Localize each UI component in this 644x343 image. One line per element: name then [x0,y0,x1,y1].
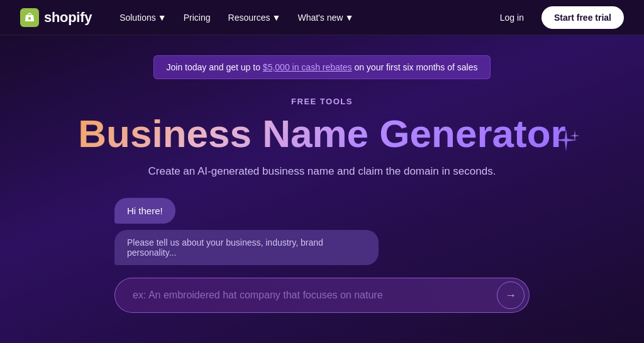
chat-bubble-hi: Hi there! [114,198,175,224]
nav-actions: Log in Start free trial [492,6,624,29]
chat-area: Hi there! Please tell us about your busi… [114,198,530,265]
navbar: shopify Solutions ▼ Pricing Resources ▼ … [0,0,644,35]
sparkle-icon [551,126,581,156]
page-title: Business Name Generator [78,112,565,155]
whats-new-chevron-icon: ▼ [345,14,353,21]
arrow-right-icon: → [505,289,516,302]
input-row: → [114,278,530,313]
solutions-label: Solutions [119,13,156,23]
pricing-label: Pricing [184,13,211,23]
logo-link[interactable]: shopify [20,8,92,27]
promo-link[interactable]: $5,000 in cash rebates [263,62,352,72]
resources-label: Resources [228,13,270,23]
promo-banner: Join today and get up to $5,000 in cash … [153,55,491,79]
free-tools-label: FREE TOOLS [291,97,353,106]
login-button[interactable]: Log in [492,8,531,28]
nav-resources[interactable]: Resources ▼ [221,8,288,28]
nav-solutions[interactable]: Solutions ▼ [112,8,174,28]
promo-after: on your first six months of sales [352,62,478,72]
logo-text: shopify [44,9,92,26]
solutions-chevron-icon: ▼ [158,14,166,21]
whats-new-label: What's new [297,13,343,23]
start-trial-button[interactable]: Start free trial [541,6,624,29]
nav-whats-new[interactable]: What's new ▼ [290,8,360,28]
resources-chevron-icon: ▼ [272,14,280,21]
page-subtitle: Create an AI-generated business name and… [148,165,496,178]
nav-links: Solutions ▼ Pricing Resources ▼ What's n… [112,8,492,28]
submit-button[interactable]: → [497,281,525,309]
shopify-bag-icon [20,8,39,27]
chat-bubble-prompt: Please tell us about your business, indu… [114,230,379,265]
business-description-input[interactable] [114,278,530,313]
main-content: Join today and get up to $5,000 in cash … [0,35,644,343]
nav-pricing[interactable]: Pricing [176,8,218,28]
promo-before: Join today and get up to [167,62,263,72]
